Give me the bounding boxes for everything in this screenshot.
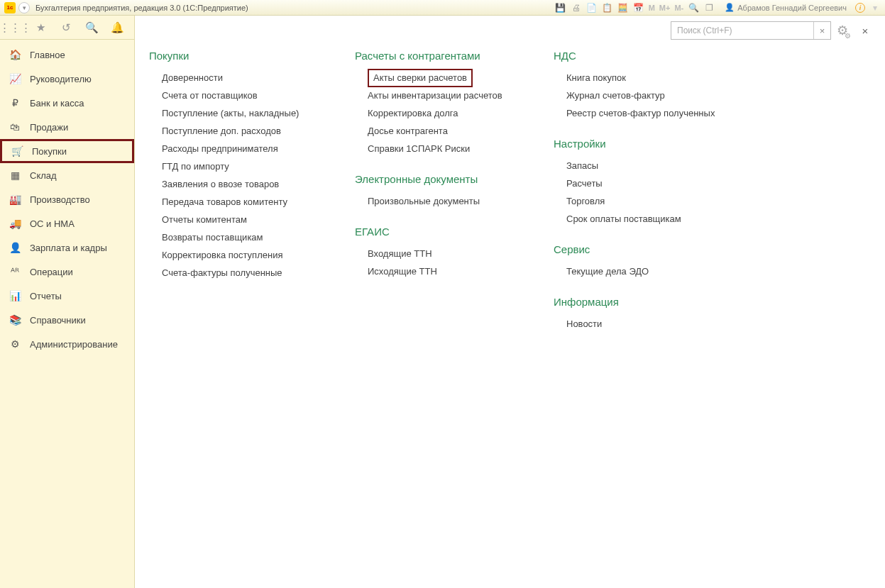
menu-item[interactable]: Доверенности	[162, 70, 223, 87]
column-vat-etc: НДСКнига покупокЖурнал счетов-фактурРеес…	[554, 50, 738, 333]
sidebar-item-11[interactable]: 📚Справочники	[0, 308, 134, 332]
sidebar-toolbar: ⋮⋮⋮ ★ ↺ 🔍 🔔	[0, 16, 134, 40]
sidebar-item-0[interactable]: 🏠Главное	[0, 43, 134, 67]
section-title: НДС	[554, 50, 738, 62]
menu-item[interactable]: Возвраты поставщикам	[162, 229, 263, 246]
save-icon[interactable]: 💾	[555, 2, 566, 13]
menu-item[interactable]: Журнал счетов-фактур	[566, 87, 665, 104]
sidebar: ⋮⋮⋮ ★ ↺ 🔍 🔔 🏠Главное📈Руководителю₽Банк и…	[0, 16, 135, 588]
more-icon[interactable]: ▾	[869, 2, 881, 13]
apps-grid-icon[interactable]: ⋮⋮⋮	[3, 17, 27, 38]
sidebar-item-2[interactable]: ₽Банк и касса	[0, 91, 134, 115]
menu-item[interactable]: Расчеты	[566, 175, 603, 192]
menu-item[interactable]: Счета от поставщиков	[162, 87, 258, 104]
sidebar-item-9[interactable]: ᴬᴿОперации	[0, 260, 134, 284]
sidebar-item-label: Производство	[30, 194, 90, 205]
menu-item[interactable]: Поступление (акты, накладные)	[162, 105, 299, 122]
sidebar-item-label: ОС и НМА	[30, 218, 75, 229]
close-panel-button[interactable]: ×	[858, 25, 872, 37]
menu-item[interactable]: Запасы	[566, 157, 598, 174]
calc-icon[interactable]: 🧮	[617, 2, 629, 13]
windows-icon[interactable]: ❐	[703, 2, 715, 13]
menu-item[interactable]: Исходящие ТТН	[368, 263, 437, 280]
titlebar-icons: 💾 🖨 📄 📋 🧮 📅 M M+ M- 🔍 ❐ 👤 Абрамов Геннад…	[555, 2, 881, 13]
section-title: ЕГАИС	[355, 226, 525, 238]
star-icon[interactable]: ★	[28, 17, 53, 38]
history-icon[interactable]: ↺	[54, 17, 78, 38]
m-button[interactable]: M	[649, 4, 655, 12]
menu-item[interactable]: Торговля	[566, 193, 605, 210]
sidebar-item-7[interactable]: 🚚ОС и НМА	[0, 211, 134, 235]
user-icon: 👤	[725, 3, 735, 12]
menu-item[interactable]: Корректировка поступления	[162, 247, 282, 264]
menu-item[interactable]: Акты инвентаризации расчетов	[368, 87, 502, 104]
menu-item[interactable]: ГТД по импорту	[162, 158, 229, 175]
menu-item[interactable]: Корректировка долга	[368, 105, 458, 122]
sidebar-item-label: Справочники	[30, 315, 86, 326]
sidebar-item-label: Главное	[30, 50, 65, 60]
menu-item[interactable]: Входящие ТТН	[368, 245, 432, 262]
factory-icon: 🏭	[9, 194, 21, 205]
column-settlements: Расчеты с контрагентамиАкты сверки расче…	[355, 50, 525, 333]
person-icon: 👤	[9, 242, 21, 253]
sidebar-item-label: Администрирование	[30, 339, 118, 350]
menu-item[interactable]: Текущие дела ЭДО	[566, 263, 649, 280]
print-icon[interactable]: 🖨	[571, 2, 582, 13]
menu-item[interactable]: Произвольные документы	[368, 193, 480, 210]
menu-item[interactable]: Поступление доп. расходов	[162, 123, 281, 140]
content-toolbar: × ⚙⚙ ×	[671, 21, 872, 40]
sidebar-item-label: Продажи	[30, 122, 68, 133]
sidebar-item-label: Руководителю	[30, 74, 92, 84]
mplus-button[interactable]: M+	[659, 4, 671, 12]
menu-item[interactable]: Акты сверки расчетов	[368, 69, 473, 87]
search-input[interactable]	[671, 22, 813, 39]
search-icon[interactable]: 🔍	[79, 17, 104, 38]
sidebar-item-label: Зарплата и кадры	[30, 243, 107, 253]
menu-item[interactable]: Справки 1СПАРК Риски	[368, 140, 470, 157]
sidebar-item-12[interactable]: ⚙Администрирование	[0, 332, 134, 356]
sidebar-item-6[interactable]: 🏭Производство	[0, 187, 134, 211]
menu-item[interactable]: Передача товаров комитенту	[162, 194, 287, 211]
sidebar-item-10[interactable]: 📊Отчеты	[0, 284, 134, 308]
compare-icon[interactable]: 📋	[602, 2, 613, 13]
window-title: Бухгалтерия предприятия, редакция 3.0 (1…	[35, 4, 248, 12]
calendar-icon[interactable]: 📅	[633, 2, 644, 13]
menu-item[interactable]: Досье контрагента	[368, 123, 448, 140]
bell-icon[interactable]: 🔔	[105, 17, 129, 38]
search-box: ×	[671, 21, 831, 40]
cart-icon: 🛒	[11, 145, 23, 157]
warehouse-icon: ▦	[9, 170, 21, 181]
sidebar-item-4[interactable]: 🛒Покупки	[0, 139, 134, 163]
sidebar-item-label: Покупки	[32, 146, 67, 157]
sidebar-item-3[interactable]: 🛍Продажи	[0, 115, 134, 139]
sidebar-item-8[interactable]: 👤Зарплата и кадры	[0, 235, 134, 260]
info-icon[interactable]: i	[855, 3, 865, 13]
menu-item[interactable]: Счета-фактуры полученные	[162, 265, 282, 282]
app-menu-dropdown[interactable]	[18, 2, 30, 13]
bars-icon: 📊	[9, 290, 21, 301]
ruble-icon: ₽	[9, 97, 21, 109]
mminus-button[interactable]: M-	[674, 4, 683, 12]
zoom-icon[interactable]: 🔍	[688, 2, 699, 13]
section-title: Электронные документы	[355, 173, 525, 185]
title-bar: 1c Бухгалтерия предприятия, редакция 3.0…	[0, 0, 885, 16]
menu-item[interactable]: Расходы предпринимателя	[162, 140, 278, 157]
search-clear-button[interactable]: ×	[813, 22, 830, 39]
column-purchases: Покупки ДоверенностиСчета от поставщиков…	[149, 50, 326, 333]
settings-gear-icon[interactable]: ⚙⚙	[837, 23, 848, 38]
sidebar-item-label: Операции	[30, 267, 73, 277]
user-name: Абрамов Геннадий Сергеевич	[737, 4, 847, 12]
menu-item[interactable]: Новости	[566, 316, 602, 333]
menu-item[interactable]: Отчеты комитентам	[162, 211, 247, 228]
doc-icon[interactable]: 📄	[586, 2, 598, 13]
user-label[interactable]: 👤 Абрамов Геннадий Сергеевич	[725, 3, 847, 12]
menu-item[interactable]: Книга покупок	[566, 70, 626, 87]
sidebar-item-5[interactable]: ▦Склад	[0, 163, 134, 187]
app-logo: 1c	[4, 2, 16, 13]
menu-item[interactable]: Заявления о ввозе товаров	[162, 176, 279, 193]
sidebar-item-label: Отчеты	[30, 291, 62, 301]
menu-item[interactable]: Реестр счетов-фактур полученных	[566, 105, 715, 122]
sidebar-item-1[interactable]: 📈Руководителю	[0, 67, 134, 91]
menu-item[interactable]: Срок оплаты поставщикам	[566, 211, 681, 228]
section-title: Сервис	[554, 243, 738, 255]
